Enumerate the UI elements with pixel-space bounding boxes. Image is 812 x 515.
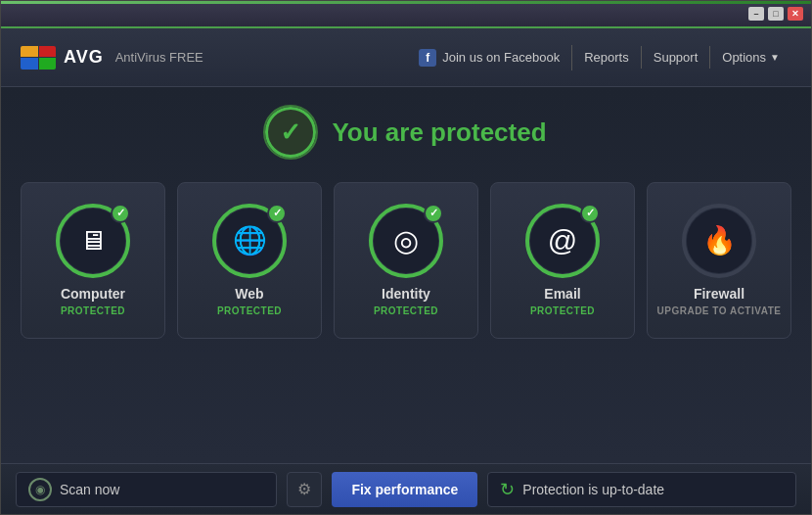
- facebook-nav-item[interactable]: f Join us on Facebook: [407, 45, 572, 70]
- main-window: – □ ✕ AVG AntiVirus FREE f Join us on Fa…: [0, 0, 812, 515]
- shield-check-icon: ✓: [265, 107, 316, 158]
- bottom-bar: ◉ Scan now ⚙ Fix performance ↻ Protectio…: [1, 463, 811, 514]
- close-button[interactable]: ✕: [788, 7, 803, 21]
- update-label: Protection is up-to-date: [522, 482, 664, 497]
- web-check-badge: ✓: [267, 204, 287, 223]
- email-name: Email: [544, 286, 580, 302]
- computer-status: PROTECTED: [61, 305, 125, 316]
- web-symbol-icon: 🌐: [233, 224, 267, 257]
- protected-banner: ✓ You are protected: [265, 107, 546, 158]
- firewall-status: UPGRADE TO ACTIVATE: [657, 305, 782, 316]
- logo-subtitle: AntiVirus FREE: [115, 50, 203, 65]
- card-firewall[interactable]: 🔥FirewallUPGRADE TO ACTIVATE: [647, 182, 791, 339]
- logo-name: AVG: [64, 47, 104, 68]
- checkmark-icon: ✓: [280, 119, 301, 145]
- support-label: Support: [654, 50, 699, 65]
- card-computer[interactable]: 🖥✓ComputerPROTECTED: [21, 182, 165, 339]
- support-nav-item[interactable]: Support: [642, 46, 711, 69]
- card-identity[interactable]: ◎✓IdentityPROTECTED: [334, 182, 478, 339]
- facebook-label: Join us on Facebook: [442, 50, 560, 65]
- identity-symbol-icon: ◎: [393, 223, 419, 258]
- flag-red: [39, 46, 57, 58]
- protected-status-text: You are protected: [332, 117, 546, 148]
- reports-label: Reports: [584, 50, 629, 65]
- chevron-down-icon: ▼: [770, 52, 780, 63]
- accent-bar: [1, 1, 811, 4]
- title-bar: – □ ✕: [1, 1, 811, 28]
- protection-cards-row: 🖥✓ComputerPROTECTED🌐✓WebPROTECTED◎✓Ident…: [21, 182, 791, 339]
- window-controls: – □ ✕: [748, 7, 803, 21]
- scan-label: Scan now: [60, 482, 119, 497]
- reports-nav-item[interactable]: Reports: [572, 46, 642, 69]
- logo-area: AVG AntiVirus FREE: [21, 46, 407, 70]
- fix-performance-button[interactable]: Fix performance: [332, 472, 477, 507]
- firewall-symbol-icon: 🔥: [702, 224, 737, 257]
- computer-name: Computer: [61, 286, 125, 302]
- identity-icon-wrap: ◎✓: [371, 206, 441, 276]
- firewall-icon-wrap: 🔥: [684, 206, 754, 276]
- refresh-icon: ↻: [500, 479, 515, 500]
- email-symbol-icon: @: [548, 224, 577, 258]
- header-nav: f Join us on Facebook Reports Support Op…: [407, 45, 791, 70]
- update-status-area[interactable]: ↻ Protection is up-to-date: [487, 472, 796, 507]
- card-web[interactable]: 🌐✓WebPROTECTED: [177, 182, 322, 339]
- settings-button[interactable]: ⚙: [287, 472, 322, 507]
- gear-icon: ⚙: [297, 480, 311, 498]
- computer-check-badge: ✓: [111, 204, 130, 223]
- email-check-badge: ✓: [580, 204, 600, 223]
- email-status: PROTECTED: [530, 305, 595, 316]
- flag-green: [39, 58, 57, 70]
- firewall-name: Firewall: [694, 286, 744, 302]
- web-name: Web: [235, 286, 263, 302]
- flag-blue: [21, 58, 38, 70]
- web-status: PROTECTED: [217, 305, 282, 316]
- minimize-button[interactable]: –: [748, 7, 764, 21]
- identity-status: PROTECTED: [374, 305, 438, 316]
- main-content: ✓ You are protected 🖥✓ComputerPROTECTED🌐…: [1, 87, 811, 463]
- scan-now-button[interactable]: ◉ Scan now: [16, 472, 277, 507]
- identity-check-badge: ✓: [424, 204, 443, 223]
- email-icon-wrap: @✓: [527, 206, 598, 276]
- avg-logo-icon: [21, 46, 56, 70]
- identity-name: Identity: [382, 286, 430, 302]
- scan-icon: ◉: [28, 478, 52, 501]
- computer-symbol-icon: 🖥: [79, 224, 107, 257]
- header: AVG AntiVirus FREE f Join us on Facebook…: [1, 28, 811, 87]
- maximize-button[interactable]: □: [768, 7, 784, 21]
- options-label: Options: [722, 50, 766, 65]
- flag-orange: [21, 46, 38, 58]
- card-email[interactable]: @✓EmailPROTECTED: [490, 182, 635, 339]
- options-nav-item[interactable]: Options ▼: [710, 46, 791, 69]
- computer-icon-wrap: 🖥✓: [58, 206, 128, 276]
- web-icon-wrap: 🌐✓: [214, 206, 285, 276]
- facebook-icon: f: [419, 49, 436, 67]
